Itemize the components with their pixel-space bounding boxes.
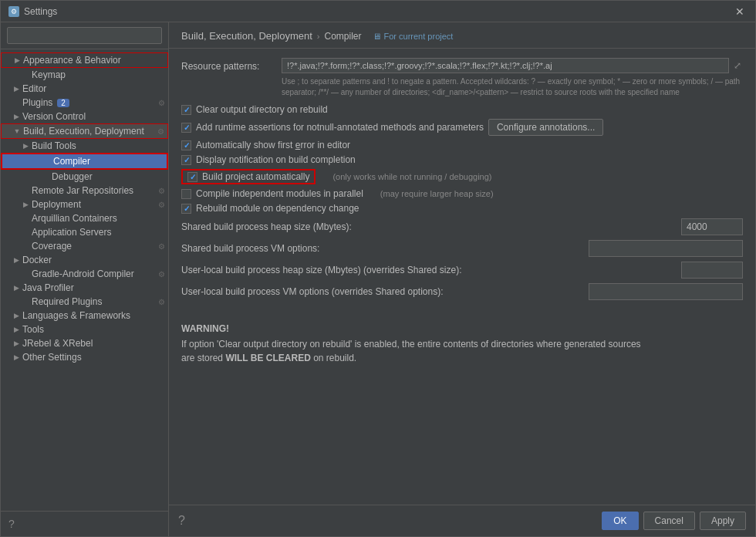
search-box bbox=[1, 22, 168, 49]
sidebar-item-remote-jar[interactable]: Remote Jar Repositories ⚙ bbox=[1, 184, 168, 198]
settings-icon: ⚙ bbox=[158, 187, 165, 195]
sidebar-item-other[interactable]: ▶ Other Settings bbox=[1, 350, 168, 364]
sidebar-item-build-tools[interactable]: ▶ Build Tools bbox=[1, 139, 168, 153]
sidebar-item-docker[interactable]: ▶ Docker bbox=[1, 253, 168, 267]
sidebar-item-arquillian[interactable]: Arquillian Containers bbox=[1, 211, 168, 225]
checkbox-rebuild-module[interactable] bbox=[181, 204, 191, 214]
warning-box: WARNING! If option 'Clear output directo… bbox=[181, 316, 743, 373]
sidebar-item-app-servers[interactable]: Application Servers bbox=[1, 225, 168, 239]
sidebar-item-label: Remote Jar Repositories bbox=[32, 185, 133, 196]
field-local-heap: User-local build process heap size (Mbyt… bbox=[181, 262, 743, 279]
checkbox-compile-parallel[interactable] bbox=[181, 189, 191, 199]
checkbox-display-notification[interactable] bbox=[181, 155, 191, 165]
warning-text-1: If option 'Clear output directory on reb… bbox=[181, 339, 641, 350]
sidebar-item-label: Deployment bbox=[32, 199, 81, 210]
field-input-heap-size[interactable] bbox=[681, 218, 743, 235]
apply-button[interactable]: Apply bbox=[700, 512, 746, 530]
sidebar-item-jrebel[interactable]: ▶ JRebel & XRebel bbox=[1, 336, 168, 350]
sidebar-item-label: Other Settings bbox=[22, 352, 82, 363]
sidebar-item-editor[interactable]: ▶ Editor bbox=[1, 82, 168, 96]
sidebar-item-java-profiler[interactable]: ▶ Java Profiler bbox=[1, 281, 168, 295]
option-display-notification: Display notification on build completion bbox=[181, 154, 743, 165]
title-bar-left: ⚙ Settings bbox=[8, 6, 57, 17]
sidebar-tree: ▶ Appearance & Behavior Keymap ▶ Editor … bbox=[1, 49, 168, 511]
sidebar-item-coverage[interactable]: Coverage ⚙ bbox=[1, 239, 168, 253]
settings-window: ⚙ Settings ✕ ▶ Appearance & Behavior Key… bbox=[0, 0, 756, 537]
checkbox-build-auto[interactable] bbox=[187, 172, 197, 182]
sidebar-item-compiler[interactable]: Compiler bbox=[1, 153, 168, 170]
warning-title: WARNING! bbox=[181, 323, 743, 334]
sidebar-item-required-plugins[interactable]: Required Plugins ⚙ bbox=[1, 295, 168, 309]
settings-icon: ⚙ bbox=[158, 298, 165, 306]
settings-icon: ⚙ bbox=[8, 6, 19, 17]
field-label-local-vm: User-local build process VM options (ove… bbox=[181, 286, 589, 297]
sidebar-item-label: Compiler bbox=[42, 156, 90, 167]
field-label-vm-options: Shared build process VM options: bbox=[181, 243, 589, 254]
option-label-build-auto: Build project automatically bbox=[202, 171, 309, 182]
breadcrumb-compiler: Compiler bbox=[324, 31, 361, 42]
arrow-icon: ▶ bbox=[11, 56, 23, 64]
expand-icon[interactable]: ⤢ bbox=[732, 59, 743, 73]
sidebar-item-build-execution[interactable]: ▼ Build, Execution, Deployment ⚙ bbox=[1, 123, 168, 139]
sidebar-item-label: Required Plugins bbox=[32, 296, 102, 307]
sidebar-item-label: Plugins bbox=[22, 97, 52, 108]
field-input-local-vm[interactable] bbox=[589, 283, 743, 300]
configure-annotations-button[interactable]: Configure annotations... bbox=[488, 119, 603, 136]
footer-left: ? bbox=[178, 514, 185, 528]
settings-icon: ⚙ bbox=[158, 201, 165, 209]
checkbox-clear-output[interactable] bbox=[181, 105, 191, 115]
arrow-icon: ▶ bbox=[10, 85, 22, 93]
title-bar: ⚙ Settings ✕ bbox=[1, 1, 755, 22]
field-input-local-heap[interactable] bbox=[681, 262, 743, 279]
plugins-badge: 2 bbox=[57, 99, 69, 107]
field-input-vm-options[interactable] bbox=[589, 240, 743, 257]
arrow-icon: ▶ bbox=[10, 312, 22, 319]
breadcrumb-build: Build, Execution, Deployment bbox=[181, 30, 312, 42]
build-auto-note: (only works while not running / debuggin… bbox=[332, 172, 491, 181]
search-input[interactable] bbox=[7, 27, 162, 44]
option-label-runtime-assertions: Add runtime assertions for notnull-annot… bbox=[196, 122, 484, 133]
sidebar-item-gradle-android[interactable]: Gradle-Android Compiler ⚙ bbox=[1, 267, 168, 281]
arrow-icon: ▼ bbox=[11, 127, 23, 135]
warning-text-2: are stored WILL BE CLEARED on rebuild. bbox=[181, 353, 356, 363]
sidebar-item-appearance[interactable]: ▶ Appearance & Behavior bbox=[1, 52, 168, 68]
checkbox-show-first-error[interactable] bbox=[181, 140, 191, 150]
sidebar-item-deployment[interactable]: ▶ Deployment ⚙ bbox=[1, 198, 168, 211]
compiler-settings: Resource patterns: ⤢ Use ; to separate p… bbox=[169, 49, 755, 505]
checkbox-runtime-assertions[interactable] bbox=[181, 123, 191, 133]
resource-patterns-label: Resource patterns: bbox=[181, 58, 282, 72]
ok-button[interactable]: OK bbox=[602, 512, 638, 530]
close-button[interactable]: ✕ bbox=[732, 5, 748, 18]
build-auto-highlight: Build project automatically bbox=[181, 169, 316, 184]
sidebar-item-version-control[interactable]: ▶ Version Control bbox=[1, 110, 168, 123]
option-compile-parallel: Compile independent modules in parallel … bbox=[181, 188, 743, 199]
resource-patterns-row: Resource patterns: ⤢ Use ; to separate p… bbox=[181, 58, 743, 98]
settings-icon: ⚙ bbox=[158, 242, 165, 251]
sidebar-item-tools[interactable]: ▶ Tools bbox=[1, 323, 168, 336]
sidebar-item-label: Java Profiler bbox=[22, 282, 74, 293]
cancel-button[interactable]: Cancel bbox=[643, 512, 695, 530]
help-button[interactable]: ? bbox=[5, 516, 18, 532]
sidebar-item-plugins[interactable]: Plugins 2 ⚙ bbox=[1, 96, 168, 110]
arrow-icon: ▶ bbox=[10, 256, 22, 264]
sidebar-item-label: Version Control bbox=[22, 111, 86, 122]
sidebar-item-label: Debugger bbox=[41, 171, 93, 182]
sidebar-item-label: Build Tools bbox=[32, 140, 76, 151]
footer-right: OK Cancel Apply bbox=[602, 512, 746, 530]
arrow-icon: ▶ bbox=[10, 284, 22, 292]
sidebar-item-languages[interactable]: ▶ Languages & Frameworks bbox=[1, 309, 168, 323]
main-header: Build, Execution, Deployment › Compiler … bbox=[169, 22, 755, 49]
sidebar-item-label: JRebel & XRebel bbox=[22, 338, 93, 349]
project-text: For current project bbox=[384, 32, 454, 41]
resource-patterns-input[interactable] bbox=[282, 58, 729, 73]
sidebar: ▶ Appearance & Behavior Keymap ▶ Editor … bbox=[1, 22, 169, 536]
option-label-clear-output: Clear output directory on rebuild bbox=[196, 104, 328, 115]
resource-hint: Use ; to separate patterns and ! to nega… bbox=[282, 76, 743, 98]
sidebar-item-keymap[interactable]: Keymap bbox=[1, 68, 168, 82]
sidebar-item-label: Tools bbox=[22, 324, 44, 335]
option-label-show-first-error: Automatically show first error in editor bbox=[196, 140, 350, 150]
help-icon[interactable]: ? bbox=[178, 514, 185, 528]
sidebar-item-debugger[interactable]: Debugger bbox=[1, 170, 168, 184]
arrow-icon: ▶ bbox=[10, 113, 22, 120]
arrow-icon: ▶ bbox=[10, 339, 22, 347]
